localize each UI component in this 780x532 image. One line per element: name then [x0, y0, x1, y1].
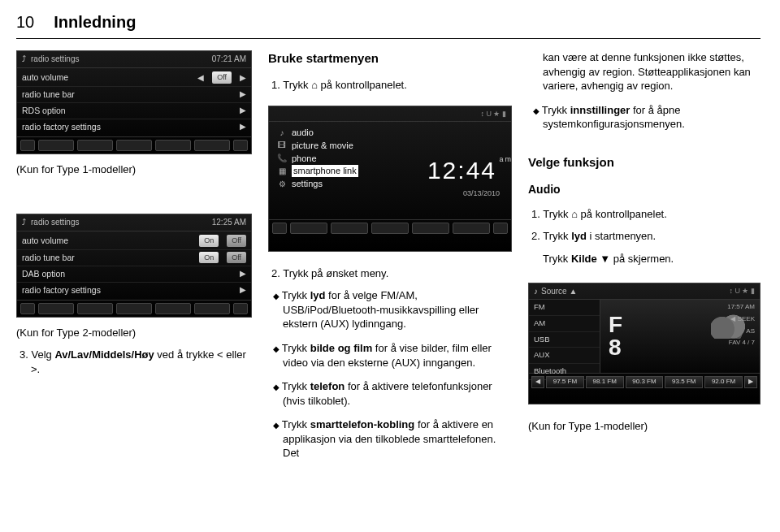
- preset-button: 90.3 FM: [626, 376, 664, 388]
- menu-item-phone: 📞phone: [277, 153, 358, 165]
- row-label: radio tune bar: [22, 89, 75, 100]
- bottom-slot: [233, 140, 248, 151]
- menu-label: picture & movie: [292, 140, 353, 152]
- row-value: Off: [227, 252, 246, 263]
- list-item: RDS option ▶: [17, 102, 251, 119]
- preset-next: ▶: [744, 376, 757, 388]
- row-label: radio factory settings: [22, 284, 101, 296]
- bottom-slot: [331, 223, 368, 234]
- menu-item-picture: 🎞picture & movie: [277, 140, 358, 152]
- list-item: radio factory settings ▶: [17, 119, 251, 135]
- screenshot-title: radio settings: [31, 218, 79, 227]
- status-icons: ↕ U ★ ▮: [729, 286, 755, 297]
- model-note-3: (Kun for Type 1-modeller): [528, 419, 760, 434]
- bottom-slot: [194, 303, 230, 314]
- step-1: 1. Trykk ⌂ på kontrollpanelet.: [268, 78, 512, 93]
- date-display: 03/13/2010: [463, 188, 500, 198]
- time-small: 17:57 AM: [727, 303, 755, 312]
- list-item: auto volume OnOff: [17, 233, 251, 249]
- ampm-label: am: [499, 154, 513, 164]
- seek-label: ◀ SEEK: [727, 315, 755, 324]
- note-icon: ♪: [277, 128, 287, 137]
- bottom-slot: [155, 140, 191, 151]
- list-item: radio factory settings ▶: [17, 282, 251, 298]
- menu-label: settings: [292, 178, 323, 190]
- subsection-heading-audio: Audio: [528, 182, 760, 197]
- chevron-left-icon: ◀: [197, 72, 204, 84]
- page-number: 10: [16, 11, 34, 33]
- row-value: Off: [227, 235, 246, 246]
- bottom-slot: [38, 303, 74, 314]
- preset-prev: ◀: [531, 376, 544, 388]
- continuation-text: kan være at denne funksjonen ikke støtte…: [528, 50, 760, 93]
- list-item: radio tune bar OnOff: [17, 249, 251, 266]
- back-icon: ⤴: [22, 218, 26, 227]
- preset-button: 98.1 FM: [586, 376, 624, 388]
- bottom-slot: [371, 223, 409, 234]
- grid-icon: ▦: [277, 167, 287, 176]
- phone-icon: 📞: [277, 154, 287, 163]
- menu-item-settings: ⚙settings: [277, 178, 358, 190]
- row-value: On: [199, 235, 219, 246]
- as-label: AS: [727, 327, 755, 336]
- bottom-slot: [290, 223, 327, 234]
- section-heading-start-menu: Bruke startmenyen: [268, 50, 512, 67]
- audio-step-2b: Trykk Kilde ▼ på skjermen.: [528, 252, 760, 266]
- radio-settings-screenshot-1: ⤴radio settings 07:21 AM auto volume ◀Of…: [16, 50, 252, 154]
- bullet-settings: Trykk innstillinger for å åpne systemkon…: [528, 103, 760, 132]
- preset-button: 93.5 FM: [665, 376, 703, 388]
- radio-settings-screenshot-2: ⤴radio settings 12:25 AM auto volume OnO…: [16, 214, 252, 318]
- bottom-slot: [155, 303, 191, 314]
- fav-label: FAV 4 / 7: [727, 339, 755, 348]
- bottom-slot: [20, 303, 35, 314]
- home-menu-screenshot: ↕ U ★ ▮ ♪audio 🎞picture & movie 📞phone ▦…: [268, 106, 512, 252]
- menu-item-audio: ♪audio: [277, 127, 358, 139]
- audio-step-1: 1. Trykk ⌂ på kontrollpanelet.: [528, 207, 760, 222]
- bottom-slot: [20, 140, 35, 151]
- menu-item-smartphone: ▦smartphone link: [277, 165, 358, 177]
- list-item: DAB option ▶: [17, 266, 251, 282]
- bottom-slot: [77, 140, 113, 151]
- bottom-slot: [116, 140, 152, 151]
- chevron-right-icon: ▶: [240, 121, 246, 132]
- model-note-2: (Kun for Type 2-modeller): [16, 326, 252, 340]
- bottom-slot: [412, 223, 449, 234]
- bottom-slot: [77, 303, 113, 314]
- preset-button: 97.5 FM: [546, 376, 584, 388]
- row-label: radio tune bar: [22, 252, 75, 263]
- film-icon: 🎞: [277, 141, 287, 150]
- page-title: Innledning: [54, 11, 136, 33]
- source-item: AM: [529, 316, 600, 332]
- menu-label-highlighted: smartphone link: [292, 165, 358, 177]
- source-item: FM: [529, 300, 600, 316]
- chevron-right-icon: ▶: [240, 105, 246, 116]
- row-label: auto volume: [22, 71, 68, 83]
- bottom-slot: [116, 303, 152, 314]
- bottom-slot: [233, 303, 248, 314]
- clock-display: 12:44am: [427, 154, 496, 188]
- source-label: Source ▲: [541, 287, 577, 296]
- row-label: auto volume: [22, 235, 68, 246]
- back-icon: ⤴: [22, 54, 26, 63]
- bottom-slot: [453, 223, 490, 234]
- source-item: AUX: [529, 348, 600, 364]
- section-heading-select-function: Velge funksjon: [528, 154, 760, 171]
- bottom-slot: [194, 140, 230, 151]
- screenshot-time: 07:21 AM: [212, 54, 246, 65]
- source-item: USB: [529, 332, 600, 348]
- row-label: RDS option: [22, 105, 66, 116]
- screenshot-title: radio settings: [31, 54, 79, 63]
- bullet-phone: Trykk telefon for å aktivere telefonfunk…: [268, 379, 512, 408]
- bullet-smartphone: Trykk smarttelefon-kobling for å aktiver…: [268, 417, 512, 461]
- menu-label: phone: [292, 153, 317, 165]
- radio-source-screenshot: ♪Source ▲ ↕ U ★ ▮ FM AM USB AUX Bluetoot…: [528, 283, 760, 404]
- list-item: radio tune bar ▶: [17, 86, 251, 102]
- menu-label: audio: [292, 127, 314, 139]
- chevron-right-icon: ▶: [240, 89, 246, 100]
- chevron-right-icon: ▶: [240, 268, 246, 279]
- step-3: 3. Velg Av/Lav/Middels/Høy ved å trykke …: [16, 348, 252, 376]
- row-label: radio factory settings: [22, 121, 101, 132]
- bottom-slot: [272, 223, 287, 234]
- screenshot-time: 12:25 AM: [212, 217, 246, 228]
- bottom-slot: [493, 223, 508, 234]
